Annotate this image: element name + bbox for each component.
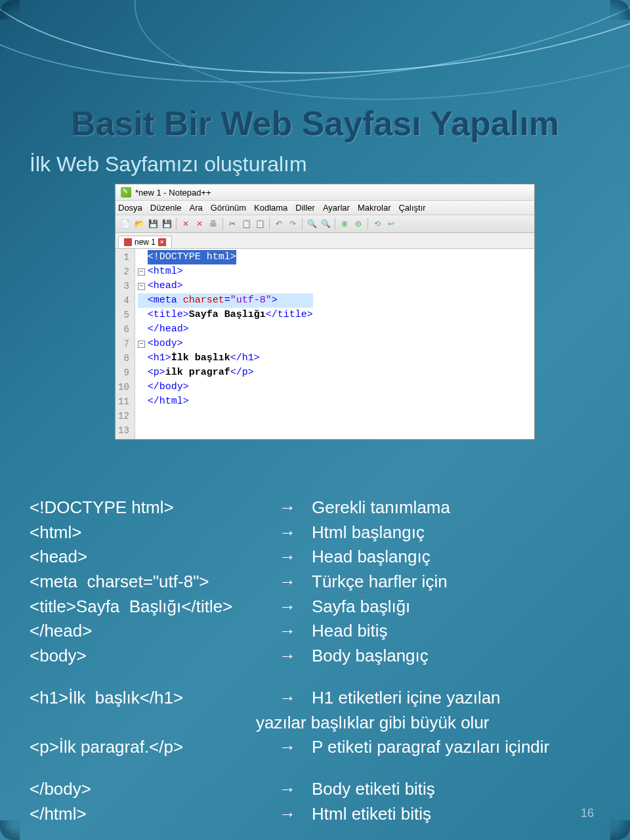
redo-icon[interactable]: ↷ bbox=[287, 218, 299, 230]
editor-titlebar: *new 1 - Notepad++ bbox=[116, 184, 534, 201]
menu-item[interactable]: Ara bbox=[190, 203, 203, 213]
window-title: *new 1 - Notepad++ bbox=[135, 188, 211, 198]
file-icon bbox=[124, 238, 132, 246]
explanation-row: <title>Sayfa Başlığı</title>→Sayfa başlı… bbox=[30, 595, 600, 620]
close-tab-icon[interactable]: ✕ bbox=[158, 238, 166, 246]
app-icon bbox=[121, 187, 131, 198]
separator bbox=[302, 218, 303, 230]
explanation-row: <html>→Html başlangıç bbox=[30, 520, 600, 545]
file-tab[interactable]: new 1 ✕ bbox=[118, 236, 172, 248]
explanation-row: <p>İlk paragraf.</p>→P etiketi paragraf … bbox=[30, 735, 600, 760]
explanation-row: <body>→Body başlangıç bbox=[30, 644, 600, 669]
menu-item[interactable]: Kodlama bbox=[254, 203, 287, 213]
menu-item[interactable]: Çalıştır bbox=[398, 203, 425, 213]
undo-icon[interactable]: ↶ bbox=[273, 218, 285, 230]
explanation-row: </head>→Head bitiş bbox=[30, 619, 600, 644]
separator bbox=[222, 218, 223, 230]
menu-item[interactable]: Diller bbox=[295, 203, 315, 213]
open-file-icon[interactable]: 📂 bbox=[133, 218, 145, 230]
find-icon[interactable]: 🔍 bbox=[306, 218, 318, 230]
close-icon[interactable]: ✕ bbox=[180, 218, 192, 230]
copy-icon[interactable]: 📋 bbox=[240, 218, 252, 230]
menu-item[interactable]: Makrolar bbox=[358, 203, 391, 213]
menu-item[interactable]: Düzenle bbox=[150, 203, 182, 213]
code-content[interactable]: <!DOCTYPE html> −<html> −<head> <meta ch… bbox=[135, 249, 316, 439]
sync-icon[interactable]: ⟲ bbox=[371, 218, 383, 230]
explanation-continuation: yazılar başlıklar gibi büyük olur bbox=[30, 711, 600, 736]
explanation-row: <h1>İlk başlık</h1>→H1 etiketleri içine … bbox=[30, 686, 600, 711]
separator bbox=[269, 218, 270, 230]
menu-item[interactable]: Dosya bbox=[118, 203, 142, 213]
separator bbox=[335, 218, 335, 230]
close-all-icon[interactable]: ✕ bbox=[194, 218, 205, 230]
toolbar: 📄 📂 💾 💾 ✕ ✕ 🖶 ✂ 📋 📋 ↶ ↷ 🔍 🔍 ⊕ ⊖ ⟲ ↩ bbox=[116, 215, 534, 233]
code-area: 1 2 3 4 5 6 7 8 9 10 11 12 13 <!DOCTYPE … bbox=[116, 249, 534, 439]
menubar: Dosya Düzenle Ara Görünüm Kodlama Diller… bbox=[116, 201, 534, 215]
tab-bar: new 1 ✕ bbox=[116, 233, 534, 249]
separator bbox=[368, 218, 368, 230]
line-gutter: 1 2 3 4 5 6 7 8 9 10 11 12 13 bbox=[116, 249, 135, 439]
print-icon[interactable]: 🖶 bbox=[207, 218, 219, 230]
save-icon[interactable]: 💾 bbox=[147, 218, 159, 230]
menu-item[interactable]: Ayarlar bbox=[323, 203, 350, 213]
fold-icon[interactable]: − bbox=[138, 268, 145, 276]
corner-decoration bbox=[0, 820, 20, 840]
explanation-row: <meta charset="utf-8">→Türkçe harfler iç… bbox=[30, 570, 600, 595]
replace-icon[interactable]: 🔍 bbox=[320, 218, 331, 230]
new-file-icon[interactable]: 📄 bbox=[119, 218, 131, 230]
explanation-row: </html>→Html etiketi bitiş bbox=[30, 802, 600, 827]
save-all-icon[interactable]: 💾 bbox=[161, 218, 173, 230]
separator bbox=[176, 218, 177, 230]
menu-item[interactable]: Görünüm bbox=[211, 203, 246, 213]
page-number: 16 bbox=[581, 807, 594, 820]
fold-icon[interactable]: − bbox=[138, 341, 145, 348]
zoom-out-icon[interactable]: ⊖ bbox=[352, 218, 364, 230]
explanation-row: <head>→Head başlangıç bbox=[30, 545, 600, 570]
notepad-editor-screenshot: *new 1 - Notepad++ Dosya Düzenle Ara Gör… bbox=[115, 184, 535, 440]
fold-icon[interactable]: − bbox=[138, 283, 145, 290]
slide-subtitle: İlk Web Sayfamızı oluşturalım bbox=[30, 152, 307, 177]
paste-icon[interactable]: 📋 bbox=[254, 218, 266, 230]
cut-icon[interactable]: ✂ bbox=[226, 218, 238, 230]
explanation-row: <!DOCTYPE html>→Gerekli tanımlama bbox=[30, 495, 600, 520]
explanation-row: </body>→Body etiketi bitiş bbox=[30, 777, 600, 802]
explanations-block: <!DOCTYPE html>→Gerekli tanımlama<html>→… bbox=[30, 495, 600, 826]
corner-decoration bbox=[610, 820, 630, 840]
slide-title: Basit Bir Web Sayfası Yapalım bbox=[71, 104, 559, 143]
tab-label: new 1 bbox=[135, 238, 156, 247]
wrap-icon[interactable]: ↩ bbox=[385, 218, 397, 230]
zoom-in-icon[interactable]: ⊕ bbox=[339, 218, 350, 230]
